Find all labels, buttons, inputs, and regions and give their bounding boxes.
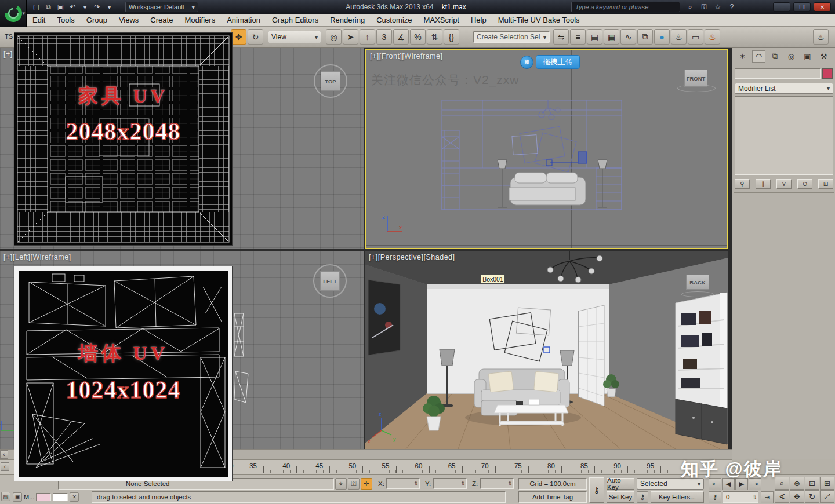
select-and-move-icon[interactable]: ✥ [231, 29, 246, 45]
menu-item[interactable]: Views [113, 14, 144, 27]
show-end-result-icon[interactable]: ∥ [756, 179, 771, 189]
align-icon[interactable]: ≡ [570, 29, 586, 45]
viewcube-top[interactable]: TOP [321, 71, 340, 91]
menu-item[interactable]: Graph Editors [266, 14, 324, 27]
viewcube-left[interactable]: LEFT [320, 271, 340, 291]
menu-item[interactable]: Modifiers [179, 14, 221, 27]
named-selection-sets-icon[interactable]: {} [444, 29, 459, 45]
close-button[interactable]: ✕ [814, 2, 831, 12]
undo-icon[interactable]: ↶ [67, 2, 79, 12]
pan-icon[interactable]: ✥ [790, 490, 804, 503]
trackbar-left-button[interactable]: ‹ [1, 462, 9, 471]
render-production-icon[interactable]: ♨ [705, 29, 720, 45]
maxscript-mini-listener[interactable]: ▣ M... ✕ [13, 491, 79, 503]
pin-stack-icon[interactable]: ⚲ [735, 179, 750, 189]
menu-item[interactable]: Help [465, 14, 492, 27]
viewcube-front[interactable]: FRONT [684, 70, 707, 87]
subscription-key-icon[interactable]: ⚿ [698, 2, 710, 12]
key-filter-icon[interactable]: ⚷ [637, 491, 648, 503]
menu-item[interactable]: Create [144, 14, 179, 27]
minimize-button[interactable]: – [773, 2, 790, 12]
viewport-perspective-label[interactable]: [+][Perspective][Shaded] [369, 253, 455, 261]
render-flyout-icon[interactable]: ♨ [813, 29, 829, 45]
mirror-icon[interactable]: ⇋ [553, 29, 569, 45]
workspace-dropdown[interactable]: Workspace: Default ▾ [125, 2, 198, 12]
layer-manager-icon[interactable]: ▤ [587, 29, 602, 45]
time-slider-left-arrow[interactable]: ‹ [0, 450, 8, 459]
maximize-viewport-toggle-icon[interactable]: ⤢ [820, 490, 834, 503]
use-pivot-center-icon[interactable]: ◎ [326, 29, 342, 45]
modifier-list-dropdown[interactable]: Modifier List ▾ [735, 83, 833, 94]
select-and-place-icon[interactable]: ↑ [360, 29, 375, 45]
field-of-view-icon[interactable]: ∢ [775, 490, 789, 503]
spinner-icon[interactable]: ⇅ [461, 481, 466, 486]
reference-coordinate-dropdown[interactable]: View ▾ [268, 31, 321, 43]
material-editor-icon[interactable]: ● [654, 29, 670, 45]
menu-item[interactable]: Customize [371, 14, 418, 27]
add-time-tag-field[interactable]: Add Time Tag [518, 491, 587, 503]
schematic-view-icon[interactable]: ⧉ [637, 29, 653, 45]
object-name-field[interactable] [735, 68, 821, 79]
menu-item[interactable]: Tools [51, 14, 80, 27]
make-unique-icon[interactable]: ⋎ [776, 179, 792, 189]
viewport-left-label[interactable]: [+][Left][Wireframe] [3, 253, 71, 261]
auto-key-button[interactable]: Auto Key [607, 478, 634, 490]
viewport-front-label[interactable]: [+][Front][Wireframe] [370, 52, 442, 60]
key-mode-toggle-button[interactable]: ⚷ [709, 491, 721, 503]
spinner-snap-icon[interactable]: ⇅ [427, 29, 442, 45]
configure-modifier-sets-icon[interactable]: ⊞ [818, 179, 833, 189]
spinner-icon[interactable]: ⇅ [414, 481, 419, 486]
render-setup-icon[interactable]: ♨ [671, 29, 687, 45]
viewport-top-label[interactable]: [+] [3, 50, 13, 58]
orbit-icon[interactable]: ↻ [805, 490, 819, 503]
curve-editor-icon[interactable]: ∿ [620, 29, 636, 45]
save-file-icon[interactable]: ▣ [55, 2, 67, 12]
tab-hierarchy-icon[interactable]: ⧉ [768, 50, 782, 63]
listener-close-icon[interactable]: ✕ [70, 492, 79, 502]
selection-set-dropdown[interactable]: Create Selection Sel ▾ [473, 31, 550, 43]
listener-script-pane[interactable] [53, 493, 68, 501]
selection-region-icon[interactable]: ⌖ [335, 478, 347, 490]
redo-dropdown-icon[interactable]: ▾ [103, 2, 115, 12]
viewport-perspective[interactable]: z x y [+][Perspective][Shaded] Box001 BA… [365, 251, 728, 449]
go-to-end-button[interactable]: ⇥ [761, 491, 774, 503]
status-corner-icon[interactable]: ▨ [1, 492, 10, 501]
menu-item[interactable]: Animation [221, 14, 266, 27]
select-and-rotate-icon[interactable]: ↻ [248, 29, 263, 45]
menu-item[interactable]: Group [81, 14, 113, 27]
undo-dropdown-icon[interactable]: ▾ [79, 2, 91, 12]
search-icon[interactable]: ⌕ [684, 2, 696, 12]
menu-item[interactable]: Rendering [324, 14, 371, 27]
tab-display-icon[interactable]: ▣ [801, 50, 814, 63]
menu-item[interactable]: Multi-Tile UV Bake Tools [492, 14, 586, 27]
upload-button[interactable]: 拖拽上传 [536, 55, 580, 69]
key-filters-button[interactable]: Key Filters... [651, 491, 704, 503]
select-and-manipulate-icon[interactable]: ➤ [343, 29, 358, 45]
current-frame-field[interactable]: 0 ⇅ [723, 491, 758, 503]
spinner-icon[interactable]: ⇅ [508, 481, 513, 486]
maximize-button[interactable]: ❐ [793, 2, 811, 12]
listener-macro-pane[interactable] [36, 493, 51, 501]
app-logo[interactable]: ▾ [0, 0, 27, 27]
selection-lock-icon[interactable]: ⚿ [348, 478, 360, 490]
absolute-mode-icon[interactable]: ✛ [361, 478, 372, 490]
menu-item[interactable]: MAXScript [418, 14, 465, 27]
angle-snap-icon[interactable]: ∡ [393, 29, 409, 45]
tab-utilities-icon[interactable]: ⚒ [817, 50, 830, 63]
tab-create-icon[interactable]: ✶ [736, 50, 749, 63]
object-color-swatch[interactable] [822, 68, 833, 79]
z-coordinate-field[interactable]: ⇅ [480, 478, 514, 489]
set-keys-button[interactable]: ⚷ [589, 477, 604, 503]
viewcube-back[interactable]: BACK [686, 275, 709, 290]
percent-snap-icon[interactable]: % [410, 29, 426, 45]
x-coordinate-field[interactable]: ⇅ [386, 478, 420, 489]
set-key-button[interactable]: Set Key [607, 491, 634, 503]
infocenter-search-input[interactable] [571, 2, 680, 12]
help-icon[interactable]: ? [726, 2, 738, 12]
rendered-frame-icon[interactable]: ▭ [688, 29, 703, 45]
tab-motion-icon[interactable]: ◎ [785, 50, 798, 63]
redo-icon[interactable]: ↷ [91, 2, 103, 12]
open-file-icon[interactable]: ⧉ [42, 2, 55, 12]
favorites-icon[interactable]: ☆ [712, 2, 724, 12]
spinner-icon[interactable]: ⇅ [753, 495, 758, 500]
